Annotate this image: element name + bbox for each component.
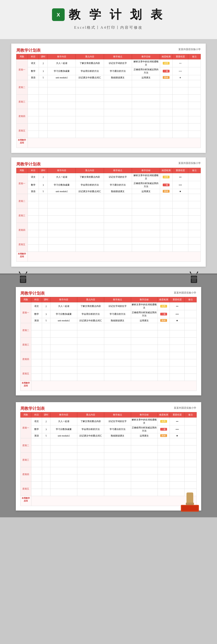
svg-rect-8: [191, 277, 197, 278]
subject-1: 语文: [28, 60, 39, 67]
day-label-thu: 星期四: [17, 109, 28, 124]
school-name-1: 某某外国语实验小学: [178, 48, 201, 51]
col-neirong-h2: 教学内容: [48, 168, 76, 173]
summary-content-2: [28, 252, 200, 262]
obj-wed-1: [132, 94, 160, 102]
col-zhongdian-header: 重点内容: [76, 54, 104, 60]
table-row: 星期二: [21, 323, 197, 330]
imp-wed-1: [172, 94, 188, 102]
level-wed-1: [160, 94, 172, 102]
table-row: [21, 474, 197, 482]
table-title-1: 周教学计划表: [16, 48, 201, 53]
table-row: 数学3学习分数加减量学会用分析的方法学习通分的方法正确使用分析加减运算的方法 一…: [21, 426, 197, 433]
doc-page-2: 周教学计划表 某某外国语实验小学 周数 科目 课时 教学内容 重点内容 教学难点…: [11, 158, 206, 267]
doc-page-1: 周教学计划表 某某外国语实验小学 周数 科目 课时 教学内容 重点内容 教学难点…: [11, 44, 206, 153]
obj-1: 解析文章中的生词组通顺文: [132, 60, 160, 67]
col-nandu-h2: 难度检测: [160, 168, 172, 173]
subject-thu-2: [28, 116, 39, 124]
summary-row: 本周教学总结: [17, 138, 201, 148]
table-row: 星期三: [21, 453, 197, 460]
table-title-3: 周教学计划表: [20, 290, 197, 296]
lessons-1: 2: [39, 60, 48, 67]
diff-3: 熟练朗读课文: [104, 75, 132, 80]
level-badge-1: 优秀: [163, 62, 169, 64]
table-header-row: 周数 科目 课时 教学内容 重点内容 教学难点 教学目标 难度检测 重要程度 备…: [17, 54, 201, 60]
excel-icon: X: [52, 8, 65, 21]
lessons-thu-1: [39, 109, 48, 116]
col-beizhu-h2: 备注: [188, 168, 200, 173]
table-row: 星期四: [17, 109, 201, 116]
table-row: [21, 359, 197, 366]
key-3: 识记课文中的重点词汇: [76, 75, 104, 80]
content-thu-2: [48, 116, 76, 124]
note-wed-1: [188, 94, 200, 102]
top-section: X 教 学 计 划 表 Excel格式丨A4打印丨内容可修改: [0, 0, 217, 39]
stars-3: ★: [179, 76, 181, 79]
subject-thu-1: [28, 109, 39, 116]
level-tue-2: [160, 88, 172, 94]
content-1: 大人一起读: [48, 60, 76, 67]
table-header-row-3: 周数 科目 课时 教学内容 重点内容 教学难点 教学目标 难度检测 重要程度 备…: [21, 297, 197, 302]
table-row: [17, 116, 201, 124]
content-3: unit module2: [48, 75, 76, 80]
svg-rect-11: [186, 503, 194, 505]
table-title-4: 周教学计划表: [20, 406, 197, 411]
level-badge-2: 一般: [163, 70, 169, 72]
key-wed-1: [76, 94, 104, 102]
note-fri-2: [188, 131, 200, 138]
doc-page-4: 周教学计划表 某某外国语实验小学 周数 科目 课时 教学内容 重点内容 教学难点…: [16, 402, 201, 510]
subtitle: Excel格式丨A4打印丨内容可修改: [74, 25, 143, 30]
summary-row-4: 本周教学总结: [21, 496, 197, 506]
subject-wed-2: [28, 102, 39, 109]
summary-row-2: 本周教学总结: [17, 252, 201, 262]
table-row: [21, 446, 197, 453]
col-kemu-h2: 科目: [28, 168, 39, 173]
table-row: 星期四: [21, 467, 197, 474]
imp-1: •••: [172, 60, 188, 67]
level-3: 困难: [160, 75, 172, 80]
table-row: [21, 330, 197, 338]
table-row: 星期三: [21, 338, 197, 345]
col-jie-header: 课时: [39, 54, 48, 60]
stamp: [176, 492, 203, 513]
level-wed-2: [160, 102, 172, 109]
table-row: [17, 88, 201, 94]
diff-thu-1: [104, 109, 132, 116]
lessons-2: 3: [39, 67, 48, 75]
col-zhongyao-h2: 重要程度: [172, 168, 188, 173]
table-row: 星期三: [17, 94, 201, 102]
note-tue-1: [188, 80, 200, 88]
svg-rect-9: [191, 278, 197, 279]
stars-1: •••: [179, 62, 181, 64]
subject-fri-1: [28, 124, 39, 131]
key-fri-1: [76, 124, 104, 131]
level-fri-1: [160, 124, 172, 131]
table-row: 星期二: [17, 194, 201, 201]
obj-tue-2: [132, 88, 160, 94]
subject-2: 数学: [28, 67, 39, 75]
key-thu-1: [76, 109, 104, 116]
lessons-tue-1: [39, 80, 48, 88]
lessons-thu-2: [39, 116, 48, 124]
imp-3: ★: [172, 75, 188, 80]
diff-2: 学习通分的方法: [104, 67, 132, 75]
content-wed-2: [48, 102, 76, 109]
obj-fri-2: [132, 131, 160, 138]
note-wed-2: [188, 102, 200, 109]
imp-fri-1: [172, 124, 188, 131]
content-tue-1: [48, 80, 76, 88]
table-row: [17, 131, 201, 138]
level-thu-1: [160, 109, 172, 116]
table-row: 星期五: [17, 237, 201, 244]
key-tue-2: [76, 88, 104, 94]
plan-table-4: 周数 科目 课时 教学内容 重点内容 教学难点 教学目标 难度检测 重要程度 备…: [20, 412, 197, 506]
level-tue-1: [160, 80, 172, 88]
table-row: [21, 374, 197, 381]
table-row: 星期三: [17, 208, 201, 216]
col-mubiao-header: 教学目标: [132, 54, 160, 60]
note-tue-2: [188, 88, 200, 94]
col-tedian-h2: 教学难点: [104, 168, 132, 173]
summary-label-2: 本周教学总结: [17, 252, 28, 262]
svg-rect-13: [182, 506, 198, 511]
imp-tue-2: [172, 88, 188, 94]
